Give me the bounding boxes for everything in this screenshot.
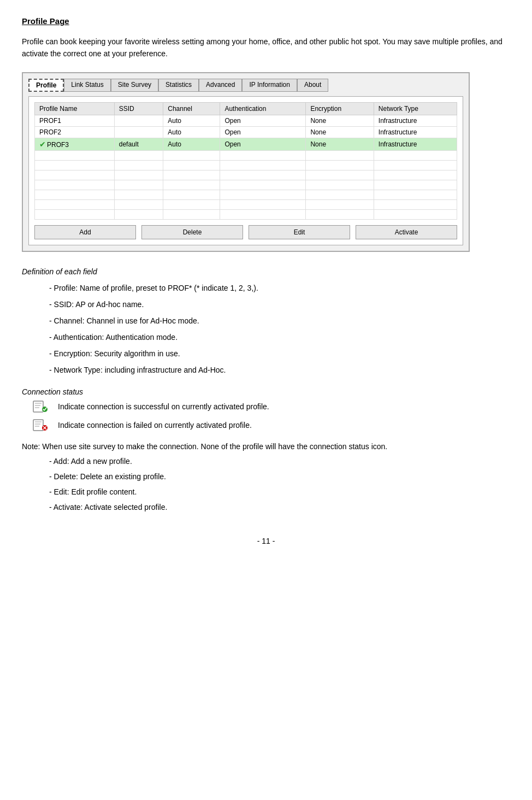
svg-rect-2 [35,405,40,406]
table-row-empty [35,170,457,180]
wifi-dialog: Profile Link Status Site Survey Statisti… [22,72,470,252]
notes-list: - Add: Add a new profile. - Delete: Dele… [22,454,510,515]
cell-enc: None [306,115,374,126]
table-row-empty [35,199,457,209]
tab-link-status[interactable]: Link Status [64,79,110,92]
tab-about[interactable]: About [297,79,328,92]
list-item: - SSID: AP or Ad-hoc name. [49,297,510,312]
table-row-empty [35,160,457,170]
table-row-empty [35,150,457,160]
list-item: - Edit: Edit profile content. [49,484,510,499]
connection-status-title: Connection status [22,387,510,396]
list-item: - Profile: Name of profile, preset to PR… [49,280,510,296]
tab-ip-information[interactable]: IP Information [242,79,297,92]
list-item: - Authentication: Authentication mode. [49,330,510,345]
list-item: - Delete: Delete an existing profile. [49,469,510,484]
list-item: - Add: Add a new profile. [49,454,510,469]
svg-rect-3 [35,407,39,408]
col-header-enc: Encryption [306,102,374,115]
success-icon [33,401,48,413]
button-bar: Add Delete Edit Activate [34,225,457,239]
svg-rect-8 [35,426,39,427]
cell-name: ✔PROF3 [35,138,115,150]
col-header-channel: Channel [163,102,220,115]
cell-net: Infrastructure [374,138,457,150]
profile-table: Profile Name SSID Channel Authentication… [34,102,457,220]
cell-enc: None [306,138,374,150]
col-header-name: Profile Name [35,102,115,115]
svg-rect-7 [35,423,40,425]
col-header-auth: Authentication [220,102,306,115]
tab-advanced[interactable]: Advanced [199,79,242,92]
col-header-ssid: SSID [114,102,163,115]
cell-auth: Open [220,115,306,126]
cell-auth: Open [220,126,306,138]
status-row-fail: Indicate connection is failed on current… [22,419,510,431]
fail-icon [33,419,48,431]
cell-net: Infrastructure [374,126,457,138]
table-row[interactable]: ✔PROF3 default Auto Open None Infrastruc… [35,138,457,150]
cell-name: PROF1 [35,115,115,126]
definitions-section: Definition of each field - Profile: Name… [22,267,510,378]
fail-text: Indicate connection is failed on current… [58,421,252,430]
page-number: - 11 - [22,537,510,545]
active-profile-icon: ✔ [39,140,46,149]
success-text: Indicate connection is successful on cur… [58,402,269,411]
cell-channel: Auto [163,126,220,138]
tab-statistics[interactable]: Statistics [158,79,199,92]
svg-rect-6 [35,421,42,422]
tab-content-profile: Profile Name SSID Channel Authentication… [28,96,463,245]
table-row[interactable]: PROF2 Auto Open None Infrastructure [35,126,457,138]
cell-channel: Auto [163,115,220,126]
svg-rect-1 [35,403,42,404]
tab-site-survey[interactable]: Site Survey [111,79,158,92]
table-row-empty [35,209,457,219]
col-header-net: Network Type [374,102,457,115]
cell-ssid [114,126,163,138]
list-item: - Encryption: Security algorithm in use. [49,346,510,361]
cell-name: PROF2 [35,126,115,138]
cell-net: Infrastructure [374,115,457,126]
definitions-list: - Profile: Name of profile, preset to PR… [22,280,510,378]
page-title: Profile Page [22,16,510,26]
add-button[interactable]: Add [34,225,136,239]
list-item: - Network Type: including infrastructure… [49,362,510,378]
edit-button[interactable]: Edit [249,225,350,239]
activate-button[interactable]: Activate [356,225,457,239]
table-row-empty [35,190,457,199]
cell-auth: Open [220,138,306,150]
definitions-title: Definition of each field [22,267,510,276]
notes-section: Note: When use site survey to make the c… [22,440,510,515]
notes-intro: Note: When use site survey to make the c… [22,440,510,454]
delete-button[interactable]: Delete [141,225,243,239]
table-row[interactable]: PROF1 Auto Open None Infrastructure [35,115,457,126]
tab-profile[interactable]: Profile [28,79,64,92]
list-item: - Channel: Channel in use for Ad-Hoc mod… [49,313,510,328]
cell-enc: None [306,126,374,138]
table-row-empty [35,180,457,190]
intro-text: Profile can book keeping your favorite w… [22,36,510,60]
list-item: - Activate: Activate selected profile. [49,499,510,515]
cell-channel: Auto [163,138,220,150]
tab-bar: Profile Link Status Site Survey Statisti… [28,79,463,92]
status-row-success: Indicate connection is successful on cur… [22,401,510,413]
cell-ssid: default [114,138,163,150]
connection-status-section: Connection status Indicate connection is… [22,387,510,431]
cell-ssid [114,115,163,126]
